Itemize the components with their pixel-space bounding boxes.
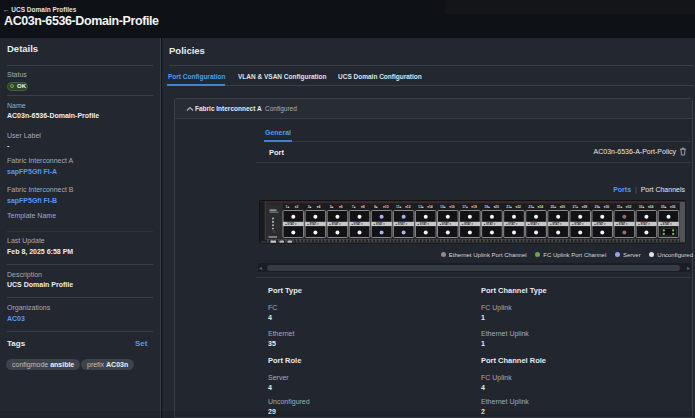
svg-text:▴ STAT ▾: ▴ STAT ▾ [417, 222, 430, 226]
svg-text:35▴: 35▴ [661, 204, 667, 208]
svg-text:▾14: ▾14 [426, 204, 433, 208]
svg-text:▴ STAT ▾: ▴ STAT ▾ [372, 222, 385, 226]
svg-text:▴ STAT ▾: ▴ STAT ▾ [483, 222, 496, 226]
svg-text:25▴: 25▴ [550, 204, 556, 208]
svg-text:27▴: 27▴ [573, 204, 579, 208]
svg-text:7▴: 7▴ [352, 204, 356, 208]
svg-text:▾22: ▾22 [515, 204, 522, 208]
svg-text:21▴: 21▴ [506, 204, 512, 208]
svg-text:9▴: 9▴ [374, 204, 378, 208]
svg-text:▴ STAT ▾: ▴ STAT ▾ [505, 222, 518, 226]
svg-text:▾36: ▾36 [669, 204, 676, 208]
svg-text:▾12: ▾12 [404, 204, 411, 208]
svg-text:▾34: ▾34 [647, 204, 654, 208]
svg-text:23▴: 23▴ [528, 204, 534, 208]
svg-text:17▴: 17▴ [462, 204, 468, 208]
svg-text:11▴: 11▴ [396, 204, 402, 208]
svg-text:▴ STAT ▾: ▴ STAT ▾ [637, 222, 650, 226]
svg-text:▴ STAT ▾: ▴ STAT ▾ [527, 222, 540, 226]
svg-text:31▴: 31▴ [617, 204, 623, 208]
svg-text:▾16: ▾16 [448, 204, 455, 208]
svg-text:▾10: ▾10 [382, 204, 389, 208]
svg-text:▾26: ▾26 [559, 204, 566, 208]
svg-text:3▴: 3▴ [308, 204, 312, 208]
svg-text:5▴: 5▴ [330, 204, 334, 208]
svg-text:▾24: ▾24 [537, 204, 544, 208]
svg-text:▴ STAT ▾: ▴ STAT ▾ [659, 222, 672, 226]
svg-text:▾6: ▾6 [338, 204, 343, 208]
svg-text:33▴: 33▴ [639, 204, 645, 208]
svg-text:▴ STAT ▾: ▴ STAT ▾ [284, 222, 297, 226]
svg-text:▾2: ▾2 [294, 204, 299, 208]
svg-text:19▴: 19▴ [484, 204, 490, 208]
svg-text:13▴: 13▴ [418, 204, 424, 208]
svg-text:▴ STAT ▾: ▴ STAT ▾ [439, 222, 452, 226]
svg-text:29▴: 29▴ [595, 204, 601, 208]
svg-text:▴ STAT ▾: ▴ STAT ▾ [549, 222, 562, 226]
svg-text:1▴: 1▴ [286, 204, 290, 208]
svg-text:▾32: ▾32 [625, 204, 632, 208]
svg-text:▴ STAT ▾: ▴ STAT ▾ [571, 222, 584, 226]
svg-text:15▴: 15▴ [440, 204, 446, 208]
svg-text:▴ STAT ▾: ▴ STAT ▾ [306, 222, 319, 226]
svg-text:▴ STAT ▾: ▴ STAT ▾ [350, 222, 363, 226]
svg-text:▴ STAT ▾: ▴ STAT ▾ [328, 222, 341, 226]
svg-text:▾30: ▾30 [603, 204, 610, 208]
svg-text:▴ STAT ▾: ▴ STAT ▾ [461, 222, 474, 226]
svg-text:▾8: ▾8 [360, 204, 365, 208]
svg-text:▴ STAT ▾: ▴ STAT ▾ [593, 222, 606, 226]
svg-text:▾4: ▾4 [316, 204, 321, 208]
svg-text:▾28: ▾28 [581, 204, 588, 208]
svg-text:▾18: ▾18 [470, 204, 477, 208]
svg-text:▾20: ▾20 [492, 204, 499, 208]
svg-text:▴ STAT ▾: ▴ STAT ▾ [395, 222, 408, 226]
svg-text:▴ STAT ▾: ▴ STAT ▾ [615, 222, 628, 226]
